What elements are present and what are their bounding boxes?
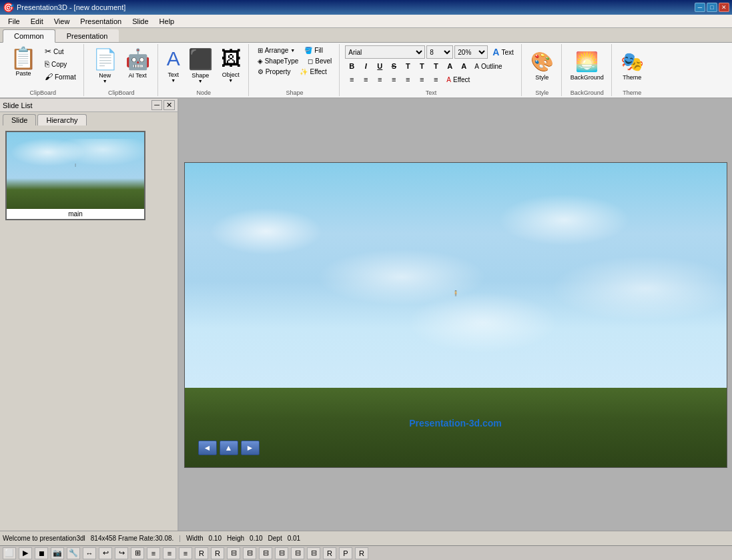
object-button[interactable]: 🖼 Object ▼ bbox=[218, 45, 244, 85]
copy-icon: ⎘ bbox=[45, 59, 49, 69]
cut-button[interactable]: ✂ Cut bbox=[41, 45, 79, 57]
background-icon: 🌅 bbox=[575, 51, 599, 73]
italic-button[interactable]: I bbox=[359, 60, 372, 72]
menu-slide[interactable]: Slide bbox=[127, 16, 153, 27]
strikethrough-button[interactable]: S bbox=[387, 60, 400, 72]
ribbon: 📋 Paste ✂ Cut ⎘ Copy 🖌 Format ClipBoard bbox=[0, 43, 732, 99]
align-btn-7[interactable]: ≡ bbox=[429, 73, 442, 85]
align-btn-1[interactable]: ≡ bbox=[345, 73, 358, 85]
tool-btn-6[interactable]: ↔ bbox=[83, 547, 96, 559]
effect-text-btn[interactable]: A Effect bbox=[443, 75, 473, 85]
slide-group: 📄 New ▼ 🤖 AI Text ClipBoard bbox=[85, 44, 158, 96]
size-select[interactable]: 8 bbox=[426, 45, 453, 59]
tab-slide[interactable]: Slide bbox=[3, 114, 36, 125]
effect-button[interactable]: ✨ Effect bbox=[296, 67, 330, 77]
shapetype-icon: ◈ bbox=[258, 57, 263, 65]
slide-panel-minimize[interactable]: ─ bbox=[151, 100, 162, 110]
shapetype-button[interactable]: ◈ ShapeType bbox=[254, 56, 302, 66]
tab-presentation[interactable]: Presentation bbox=[55, 29, 119, 42]
align-btn-6[interactable]: ≡ bbox=[415, 73, 428, 85]
bevel-button[interactable]: ◻ Bevel bbox=[304, 56, 335, 66]
canvas-arrows: ◄ ▲ ► bbox=[198, 441, 260, 455]
tool-btn-21[interactable]: R bbox=[323, 547, 336, 559]
slide-content[interactable]: | main bbox=[0, 125, 177, 531]
effect-icon: ✨ bbox=[300, 68, 308, 75]
paste-label: Paste bbox=[15, 70, 31, 77]
tool-btn-13[interactable]: R bbox=[195, 547, 208, 559]
tool-btn-20[interactable]: ⊟ bbox=[307, 547, 320, 559]
align-btn-5[interactable]: ≡ bbox=[401, 73, 414, 85]
arrow-up[interactable]: ▲ bbox=[220, 441, 238, 455]
tool-btn-5[interactable]: 🔧 bbox=[67, 547, 80, 559]
ai-text-button[interactable]: 🤖 AI Text bbox=[122, 45, 153, 81]
paste-button[interactable]: 📋 Paste bbox=[7, 45, 40, 79]
canvas-area[interactable]: 🧍 Presentation-3d.com ◄ ▲ ► bbox=[179, 99, 732, 531]
more-btn-2[interactable]: T bbox=[415, 60, 428, 72]
tool-btn-19[interactable]: ⊟ bbox=[291, 547, 304, 559]
tool-btn-18[interactable]: ⊟ bbox=[275, 547, 288, 559]
effect-label: Effect bbox=[453, 76, 470, 83]
more-btn-1[interactable]: T bbox=[401, 60, 414, 72]
text-label: Text bbox=[167, 71, 179, 78]
ai-text-icon: 🤖 bbox=[125, 47, 150, 71]
tool-btn-22[interactable]: P bbox=[339, 547, 352, 559]
maximize-button[interactable]: □ bbox=[707, 3, 717, 12]
more-btn-5[interactable]: A bbox=[457, 60, 470, 72]
canvas-person: 🧍 bbox=[452, 290, 459, 296]
status-width-val: 0.10 bbox=[208, 535, 221, 542]
zoom-select[interactable]: 20% bbox=[454, 45, 488, 59]
tool-btn-7[interactable]: ↩ bbox=[99, 547, 112, 559]
format-button[interactable]: 🖌 Format bbox=[41, 71, 79, 83]
tool-btn-2[interactable]: ▶ bbox=[19, 547, 32, 559]
theme-button[interactable]: 🎭 Theme bbox=[617, 49, 647, 83]
underline-button[interactable]: U bbox=[373, 60, 386, 72]
bold-button[interactable]: B bbox=[345, 60, 358, 72]
menu-presentation[interactable]: Presentation bbox=[75, 16, 127, 27]
align-btn-2[interactable]: ≡ bbox=[359, 73, 372, 85]
more-btn-3[interactable]: T bbox=[429, 60, 442, 72]
arrow-right[interactable]: ► bbox=[241, 441, 260, 455]
tool-btn-14[interactable]: R bbox=[211, 547, 224, 559]
more-btn-4[interactable]: A bbox=[443, 60, 456, 72]
tool-btn-12[interactable]: ≡ bbox=[179, 547, 192, 559]
tab-hierarchy[interactable]: Hierarchy bbox=[37, 114, 86, 125]
text-button[interactable]: A Text ▼ bbox=[163, 45, 184, 85]
minimize-button[interactable]: ─ bbox=[695, 3, 705, 12]
menu-view[interactable]: View bbox=[49, 16, 75, 27]
tab-common[interactable]: Common bbox=[3, 29, 55, 43]
tool-btn-23[interactable]: R bbox=[355, 547, 368, 559]
font-select[interactable]: Arial bbox=[345, 45, 425, 59]
tool-btn-9[interactable]: ⊞ bbox=[131, 547, 144, 559]
slide-thumbnail[interactable]: | main bbox=[5, 131, 145, 220]
tool-btn-10[interactable]: ≡ bbox=[147, 547, 160, 559]
tool-btn-17[interactable]: ⊟ bbox=[259, 547, 272, 559]
outline-btn[interactable]: A Outline bbox=[471, 61, 505, 71]
copy-button[interactable]: ⎘ Copy bbox=[41, 58, 79, 70]
tool-btn-4[interactable]: 📷 bbox=[51, 547, 64, 559]
tool-btn-15[interactable]: ⊟ bbox=[227, 547, 240, 559]
ai-text-label: AI Text bbox=[128, 72, 146, 79]
background-button[interactable]: 🌅 BackGround bbox=[567, 49, 607, 83]
tool-btn-16[interactable]: ⊟ bbox=[243, 547, 256, 559]
property-button[interactable]: ⚙ Property bbox=[254, 67, 294, 77]
menu-edit[interactable]: Edit bbox=[25, 16, 49, 27]
style-button[interactable]: 🎨 Style bbox=[527, 49, 557, 83]
close-button[interactable]: ✕ bbox=[719, 3, 729, 12]
arrow-left[interactable]: ◄ bbox=[198, 441, 217, 455]
tool-btn-8[interactable]: ↪ bbox=[115, 547, 128, 559]
shape-button[interactable]: ⬛ Shape ▼ bbox=[185, 45, 216, 85]
menu-file[interactable]: File bbox=[3, 16, 25, 27]
text-btn[interactable]: A Text bbox=[489, 45, 516, 59]
slide-panel-close[interactable]: ✕ bbox=[163, 100, 175, 110]
background-label: BackGround bbox=[571, 74, 604, 81]
menu-help[interactable]: Help bbox=[154, 16, 180, 27]
align-btn-4[interactable]: ≡ bbox=[387, 73, 400, 85]
tool-btn-3[interactable]: ⏹ bbox=[35, 547, 48, 559]
object-icon: 🖼 bbox=[221, 47, 241, 70]
align-btn-3[interactable]: ≡ bbox=[373, 73, 386, 85]
tool-btn-11[interactable]: ≡ bbox=[163, 547, 176, 559]
arrange-button[interactable]: ⊞ Arrange ▼ bbox=[254, 45, 299, 55]
new-button[interactable]: 📄 New ▼ bbox=[89, 45, 121, 85]
fill-button[interactable]: 🪣 Fill bbox=[301, 45, 326, 55]
tool-btn-1[interactable]: ⬜ bbox=[3, 547, 16, 559]
